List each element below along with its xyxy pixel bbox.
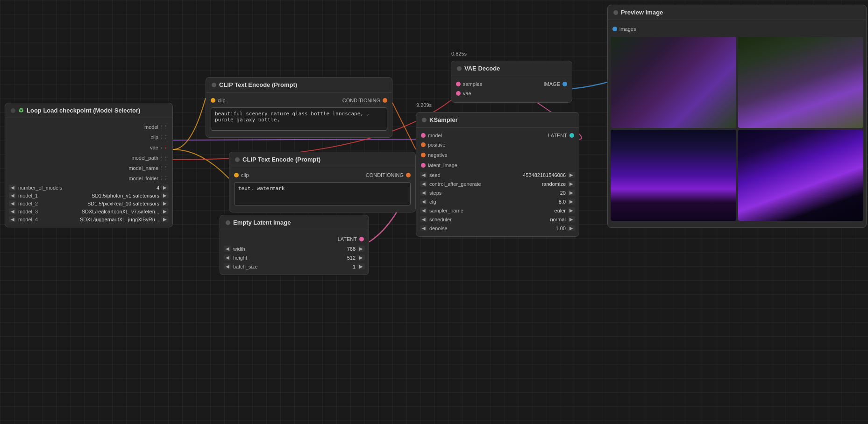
- loop-load-dot: [11, 108, 15, 113]
- preview-img-3: [611, 130, 736, 221]
- control-left-btn[interactable]: ◀: [420, 181, 427, 187]
- model1-label: model_1: [18, 193, 90, 198]
- param-seed: ◀ seed 453482181546086 ▶: [416, 170, 579, 179]
- model-path-grid: ⋮⋮: [159, 155, 168, 160]
- scheduler-right-btn[interactable]: ▶: [568, 216, 575, 222]
- denoise-right-btn[interactable]: ▶: [568, 225, 575, 231]
- ksampler-negative-label: negative: [428, 152, 574, 158]
- param-sampler: ◀ sampler_name euler ▶: [416, 206, 579, 215]
- model3-label: model_3: [18, 209, 80, 214]
- clip2-text[interactable]: text, watermark: [234, 182, 411, 205]
- vae-vae-in-row: vae: [451, 88, 572, 99]
- ksampler-title: KSampler: [429, 116, 458, 123]
- denoise-left-btn[interactable]: ◀: [420, 225, 427, 231]
- port-model-name-label: model_name: [10, 165, 158, 171]
- ksampler-positive-row: positive: [416, 140, 579, 150]
- batch-left-btn[interactable]: ◀: [224, 263, 231, 269]
- cfg-left-btn[interactable]: ◀: [420, 198, 427, 205]
- preview-images-port: [612, 27, 617, 31]
- scheduler-left-btn[interactable]: ◀: [420, 216, 427, 222]
- cfg-right-btn[interactable]: ▶: [568, 198, 575, 205]
- steps-label: steps: [429, 190, 558, 196]
- steps-left-btn[interactable]: ◀: [420, 190, 427, 196]
- height-left-btn[interactable]: ◀: [224, 254, 231, 261]
- loop-load-node: ♻ Loop Load checkpoint (Model Selector) …: [5, 103, 173, 227]
- vae-header: VAE Decode: [451, 61, 572, 76]
- vae-decode-node: 0.825s VAE Decode samples IMAGE vae: [451, 61, 572, 103]
- model3-right-btn[interactable]: ▶: [161, 208, 169, 214]
- clip1-text[interactable]: beautiful scenery nature glass bottle la…: [211, 107, 387, 131]
- port-clip-label: clip: [10, 134, 158, 140]
- vae-vae-port: [456, 91, 461, 96]
- denoise-value: 1.00: [556, 226, 566, 231]
- loop-load-header: ♻ Loop Load checkpoint (Model Selector): [5, 103, 172, 118]
- width-left-btn[interactable]: ◀: [224, 246, 231, 252]
- model3-left-btn[interactable]: ◀: [9, 208, 16, 214]
- preview-dot: [613, 10, 618, 15]
- model2-left-btn[interactable]: ◀: [9, 200, 16, 206]
- height-label: height: [233, 255, 345, 261]
- param-batch-size: ◀ batch_size 1 ▶: [220, 262, 369, 271]
- sampler-label: sampler_name: [429, 208, 553, 213]
- ksampler-latent-in-label: latent_image: [428, 163, 574, 168]
- model4-left-btn[interactable]: ◀: [9, 216, 16, 222]
- recycle-icon: ♻: [18, 107, 24, 114]
- preview-title: Preview Image: [621, 9, 663, 16]
- sampler-left-btn[interactable]: ◀: [420, 207, 427, 213]
- sampler-value: euler: [555, 208, 566, 213]
- preview-img-2: [738, 37, 864, 128]
- loop-load-title: Loop Load checkpoint (Model Selector): [27, 107, 140, 114]
- preview-image-grid: [608, 34, 866, 224]
- latent-out-label: LATENT: [225, 236, 357, 242]
- control-value: randomize: [542, 181, 566, 187]
- preview-header: Preview Image: [608, 5, 866, 20]
- model4-right-btn[interactable]: ▶: [161, 216, 169, 222]
- model1-left-btn[interactable]: ◀: [9, 192, 16, 198]
- steps-right-btn[interactable]: ▶: [568, 190, 575, 196]
- sampler-right-btn[interactable]: ▶: [568, 207, 575, 213]
- clip1-clip-label: clip: [218, 98, 299, 103]
- control-right-btn[interactable]: ▶: [568, 181, 575, 187]
- clip2-body: clip CONDITIONING text, watermark: [229, 167, 415, 212]
- preview-img-4: [738, 130, 864, 221]
- ksampler-latent-in-port: [421, 163, 426, 168]
- model3-value: SDXL/realcartoonXL_v7.safeten...: [82, 209, 159, 214]
- latent-header: Empty Latent Image: [220, 215, 369, 230]
- model-4-row: ◀ model_4 SDXL/juggernautXL_juggXlByRu..…: [5, 215, 172, 223]
- port-clip-out: clip ⋮⋮: [5, 132, 172, 142]
- ksampler-positive-label: positive: [428, 142, 574, 148]
- num-models-left-btn[interactable]: ◀: [9, 184, 16, 191]
- clip-text-encode-1-node: CLIP Text Encode (Prompt) clip CONDITION…: [206, 77, 392, 138]
- clip2-header: CLIP Text Encode (Prompt): [229, 152, 415, 167]
- port-model-path-label: model_path: [10, 155, 158, 161]
- ksampler-latent-out-label: LATENT: [498, 133, 567, 138]
- preview-images-label: images: [619, 26, 861, 32]
- seed-left-btn[interactable]: ◀: [420, 172, 427, 178]
- model1-right-btn[interactable]: ▶: [161, 192, 169, 198]
- clip2-clip-port: [234, 173, 239, 177]
- control-label: control_after_generate: [429, 181, 540, 187]
- clip-grid: ⋮⋮: [159, 135, 168, 140]
- ksampler-timing: 9.209s: [416, 102, 432, 108]
- ksampler-negative-port: [421, 153, 426, 157]
- num-models-label: number_of_models: [18, 185, 155, 191]
- seed-right-btn[interactable]: ▶: [568, 172, 575, 178]
- denoise-label: denoise: [429, 226, 554, 231]
- ksampler-body: model LATENT positive negative latent_im…: [416, 127, 579, 236]
- loop-load-body: model ⋮⋮ clip ⋮⋮ vae ⋮⋮ model_path ⋮⋮ mo…: [5, 118, 172, 227]
- param-width: ◀ width 768 ▶: [220, 244, 369, 253]
- num-models-right-btn[interactable]: ▶: [161, 184, 169, 191]
- batch-right-btn[interactable]: ▶: [357, 263, 365, 269]
- model-name-grid: ⋮⋮: [159, 166, 168, 170]
- batch-label: batch_size: [233, 264, 351, 269]
- ksampler-positive-port: [421, 142, 426, 147]
- model-grid: ⋮⋮: [159, 125, 168, 129]
- width-right-btn[interactable]: ▶: [357, 246, 365, 252]
- preview-img-1: [611, 37, 736, 128]
- vae-samples-port: [456, 82, 461, 86]
- model2-right-btn[interactable]: ▶: [161, 200, 169, 206]
- height-right-btn[interactable]: ▶: [357, 254, 365, 261]
- model1-value: SD1.5/photon_v1.safetensors: [92, 193, 159, 198]
- height-value: 512: [347, 255, 356, 261]
- param-steps: ◀ steps 20 ▶: [416, 188, 579, 197]
